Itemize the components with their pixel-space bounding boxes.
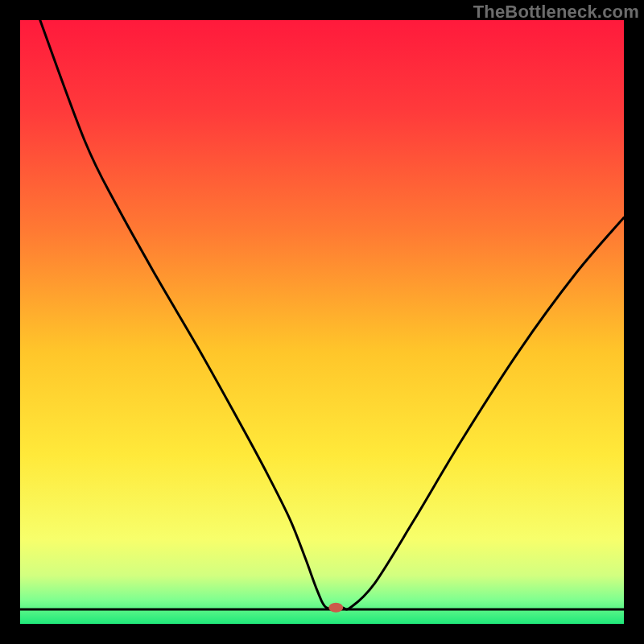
chart-frame: TheBottleneck.com (0, 0, 644, 644)
min-marker (328, 603, 343, 613)
plot-area (20, 20, 624, 624)
curve-svg (20, 20, 624, 624)
bottleneck-curve (40, 20, 624, 609)
